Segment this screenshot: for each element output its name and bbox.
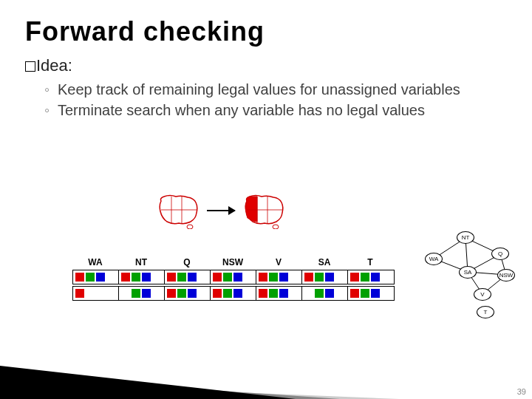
map-transition (155, 192, 287, 229)
col-label: T (347, 257, 393, 267)
diamond-icon: ◦ (44, 80, 58, 99)
col-label: SA (301, 257, 347, 267)
slide-decoration (0, 332, 532, 399)
graph-node: NSW (497, 269, 515, 282)
slide-title: Forward checking (0, 0, 532, 47)
table-row (72, 270, 395, 284)
table-header: WA NT Q NSW V SA T (72, 257, 395, 267)
graph-node: V (474, 288, 491, 301)
graph-node: NT (457, 231, 474, 244)
checkbox-icon (25, 61, 35, 72)
col-label: NSW (210, 257, 256, 267)
col-label: V (256, 257, 301, 267)
graph-node: SA (459, 266, 477, 279)
page-number: 39 (517, 387, 526, 396)
col-label: Q (164, 257, 210, 267)
svg-point-1 (273, 225, 279, 229)
svg-point-0 (187, 225, 193, 229)
table-row (72, 286, 395, 301)
bullet-item: ◦Terminate search when any variable has … (44, 100, 532, 120)
graph-node: Q (491, 248, 509, 260)
bullet-text: Keep track of remaining legal values for… (58, 81, 460, 98)
arrow-icon (207, 210, 235, 211)
idea-label: Idea: (36, 56, 72, 75)
domain-table: WA NT Q NSW V SA T (72, 257, 395, 302)
bullet-text: Terminate search when any variable has n… (58, 102, 425, 118)
bullet-item: ◦Keep track of remaining legal values fo… (44, 80, 532, 99)
idea-line: Idea: (0, 47, 532, 75)
diamond-icon: ◦ (44, 100, 58, 120)
col-label: WA (72, 257, 118, 267)
graph-node: WA (425, 253, 443, 265)
australia-map-after (241, 192, 287, 229)
col-label: NT (118, 257, 164, 267)
bullet-list: ◦Keep track of remaining legal values fo… (0, 75, 532, 120)
australia-map-before (155, 192, 201, 229)
graph-node: T (477, 306, 494, 318)
